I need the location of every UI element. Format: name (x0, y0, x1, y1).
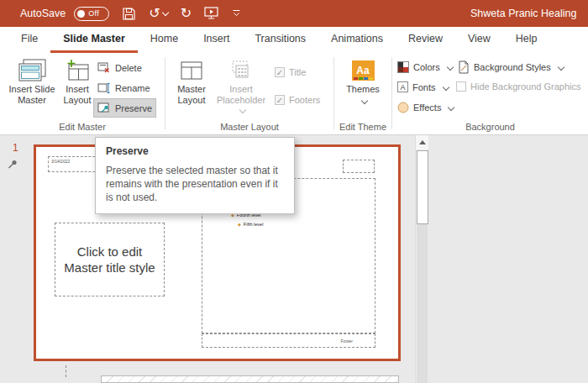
effects-icon (397, 102, 409, 113)
preserve-button[interactable]: Preserve (94, 99, 155, 117)
autosave-toggle[interactable]: Off (74, 7, 109, 21)
insert-placeholder-label: Insert (229, 84, 253, 95)
insert-layout-icon (65, 59, 90, 82)
tab-transitions[interactable]: Transitions (242, 27, 318, 53)
redo-icon: ↻ (181, 7, 192, 20)
pin-icon (7, 159, 18, 174)
up-arrow-icon (419, 140, 426, 144)
slideshow-button[interactable] (204, 0, 219, 27)
tab-insert[interactable]: Insert (191, 27, 242, 53)
title-checkbox-label: Title (289, 67, 306, 77)
insert-slide-master-button[interactable]: Insert Slide Master (5, 57, 59, 106)
vertical-scrollbar[interactable] (415, 135, 428, 383)
background-group-label: Background (392, 122, 588, 132)
insert-placeholder-icon (231, 60, 251, 81)
themes-button[interactable]: Aa Themes (341, 57, 385, 103)
title-checkbox[interactable]: ✓ Title (275, 66, 306, 79)
slide-number-placeholder[interactable] (343, 160, 375, 173)
slideshow-icon (204, 7, 219, 20)
checkbox-checked-icon: ✓ (275, 67, 285, 77)
customize-qat-button[interactable] (232, 0, 241, 27)
tab-help[interactable]: Help (503, 27, 550, 53)
undo-button[interactable]: ↺ (149, 0, 167, 27)
toggle-knob-icon (77, 10, 85, 18)
tab-file[interactable]: File (8, 27, 50, 53)
group-edit-theme: Aa Themes Edit Theme (334, 53, 391, 134)
chevron-down-icon (239, 107, 246, 113)
tooltip-title: Preserve (106, 145, 284, 157)
checkbox-unchecked-icon (456, 81, 466, 92)
themes-icon: Aa (352, 60, 375, 81)
chevron-down-icon (557, 63, 564, 70)
save-icon (122, 7, 136, 21)
footers-checkbox[interactable]: ✓ Footers (275, 93, 320, 107)
colors-icon (397, 61, 409, 73)
tab-view[interactable]: View (455, 27, 503, 53)
colors-button[interactable]: Colors (394, 58, 456, 76)
checkbox-checked-icon: ✓ (275, 95, 285, 105)
delete-label: Delete (115, 63, 142, 73)
chevron-down-icon (361, 97, 368, 104)
insert-slide-master-icon (18, 58, 46, 83)
tab-review[interactable]: Review (396, 27, 455, 53)
master-layout-button[interactable]: Master Layout (171, 57, 213, 106)
ribbon: Insert Slide Master Insert Layout (0, 53, 588, 135)
themes-label: Themes (346, 84, 380, 95)
delete-button[interactable]: Delete (94, 59, 145, 76)
bullet-icon (238, 222, 241, 227)
save-button[interactable] (122, 0, 136, 27)
group-master-layout: Master Layout Insert Plac (165, 53, 333, 134)
tab-slide-master[interactable]: Slide Master (50, 27, 138, 53)
insert-layout-button[interactable]: Insert Layout (59, 57, 96, 106)
background-styles-icon (458, 60, 470, 74)
chevron-down-icon (447, 63, 454, 70)
effects-button[interactable]: Effects (394, 98, 457, 116)
edit-master-group-label: Edit Master (0, 122, 165, 132)
background-styles-label: Background Styles (474, 62, 551, 72)
master-layout-icon (179, 59, 204, 82)
scrollbar-thumb[interactable] (417, 150, 428, 224)
slide-master-pane: 1 3/14/2022 Click to edit Master text st… (0, 135, 588, 383)
redo-button[interactable]: ↻ (181, 0, 192, 27)
hide-background-graphics-label: Hide Background Graphics (470, 81, 580, 92)
fonts-icon: A (397, 81, 408, 92)
layout-thumbnail[interactable] (101, 375, 399, 383)
rename-label: Rename (115, 83, 150, 93)
layout-connector-line (66, 365, 66, 377)
background-styles-button[interactable]: Background Styles (454, 58, 567, 76)
rename-icon (97, 82, 111, 94)
scrollbar-track[interactable] (417, 224, 428, 383)
undo-dropdown-icon (161, 9, 168, 16)
edit-theme-group-label: Edit Theme (334, 122, 391, 132)
document-title: Shweta Pranic Healing (470, 0, 576, 27)
insert-layout-label: Insert (66, 84, 89, 95)
footer-placeholder[interactable]: Footer (202, 333, 375, 348)
slide-number: 1 (13, 142, 18, 154)
group-background: Colors A Fonts Effects (392, 53, 588, 134)
tooltip-body: Preserve the selected master so that it … (106, 164, 284, 204)
group-edit-master: Insert Slide Master Insert Layout (0, 53, 165, 134)
autosave-state: Off (88, 9, 99, 18)
footers-checkbox-label: Footers (289, 95, 320, 105)
rename-button[interactable]: Rename (94, 79, 154, 97)
colors-label: Colors (413, 62, 440, 72)
autosave-label: AutoSave (20, 8, 66, 19)
title-placeholder[interactable]: Click to edit Master title style (55, 223, 165, 296)
fonts-label: Fonts (412, 82, 436, 92)
hide-background-graphics-checkbox[interactable]: Hide Background Graphics (456, 80, 580, 93)
insert-placeholder-button[interactable]: Insert Placeholder (213, 57, 270, 117)
more-commands-icon (232, 9, 241, 18)
master-layout-group-label: Master Layout (165, 122, 333, 132)
preserve-icon (97, 102, 111, 114)
tab-home[interactable]: Home (138, 27, 191, 53)
fifth-level-line: Fifth level (244, 222, 264, 227)
chevron-down-icon (442, 83, 449, 90)
delete-icon (97, 62, 111, 74)
tab-animations[interactable]: Animations (318, 27, 396, 53)
chevron-down-icon (448, 103, 454, 110)
title-bar: AutoSave Off ↺ ↻ (0, 0, 588, 27)
fonts-button[interactable]: A Fonts (394, 78, 452, 96)
scroll-up-button[interactable] (416, 135, 428, 150)
footer-label: Footer (341, 338, 353, 344)
preserve-label: Preserve (115, 103, 152, 113)
